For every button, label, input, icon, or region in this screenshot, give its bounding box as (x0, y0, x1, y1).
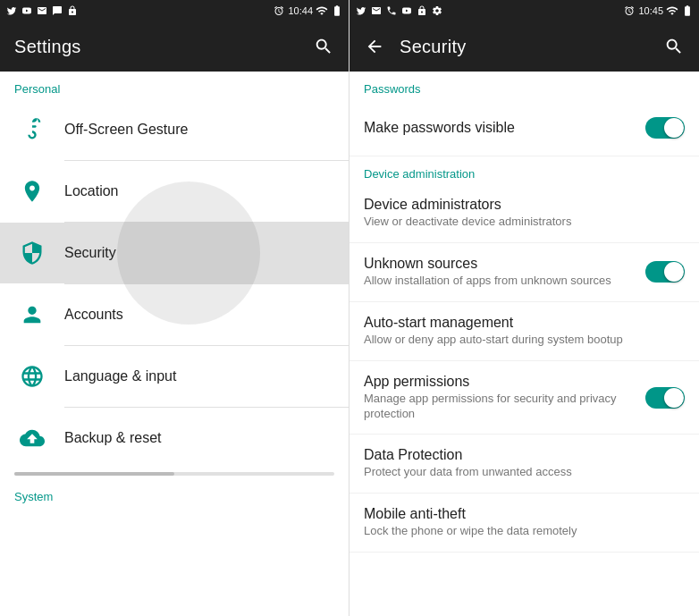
battery-icon (331, 4, 343, 17)
alarm-icon (273, 4, 285, 17)
left-search-button[interactable] (313, 36, 334, 57)
left-app-bar: Settings (0, 21, 349, 72)
left-status-right: 10:44 (273, 4, 343, 17)
mobile-anti-theft-item[interactable]: Mobile anti-theft Lock the phone or wipe… (350, 494, 699, 553)
language-label: Language & input (64, 368, 176, 384)
mobile-anti-theft-title: Mobile anti-theft (364, 506, 685, 522)
right-panel: 10:45 Security Passwords Make password (350, 0, 699, 616)
left-panel: 10:44 Settings Personal Off-Screen Gestu… (0, 0, 350, 616)
section-system: System (0, 479, 349, 507)
right-status-bar: 10:45 (350, 0, 699, 21)
app-permissions-text: App permissions Manage app permissions f… (364, 374, 645, 422)
toggle-knob-2 (664, 262, 684, 282)
backup-icon (14, 420, 50, 456)
right-app-bar: Security (350, 21, 699, 72)
data-protection-title: Data Protection (364, 447, 685, 463)
r-youtube-icon (400, 4, 413, 17)
signal-4g-icon (316, 4, 328, 17)
make-passwords-visible-title: Make passwords visible (364, 120, 645, 136)
unknown-sources-text: Unknown sources Allow installation of ap… (364, 256, 645, 289)
device-administrators-sub: View or deactivate device administrators (364, 215, 685, 230)
location-icon (14, 173, 50, 209)
r-settings-icon (431, 4, 443, 17)
accounts-icon (14, 297, 50, 333)
gesture-label: Off-Screen Gesture (64, 122, 188, 138)
r-alarm-icon (623, 4, 636, 17)
left-status-icons (5, 4, 79, 17)
sidebar-item-backup-reset[interactable]: Backup & reset (0, 408, 349, 468)
auto-start-title: Auto-start management (364, 315, 685, 331)
scroll-indicator (14, 472, 334, 476)
app-permissions-sub: Manage app permissions for security and … (364, 392, 645, 422)
sidebar-item-security[interactable]: Security (0, 223, 349, 283)
app-permissions-title: App permissions (364, 374, 645, 390)
language-icon (14, 359, 50, 394)
sidebar-item-location[interactable]: Location (0, 161, 349, 222)
accounts-label: Accounts (64, 307, 123, 323)
toggle-knob-3 (664, 388, 684, 408)
lock-icon (66, 4, 79, 17)
left-status-bar: 10:44 (0, 0, 349, 21)
data-protection-text: Data Protection Protect your data from u… (364, 447, 685, 480)
toggle-knob (664, 118, 684, 138)
app-permissions-item[interactable]: App permissions Manage app permissions f… (350, 361, 699, 435)
data-protection-sub: Protect your data from unwanted access (364, 465, 685, 480)
right-content: Passwords Make passwords visible Device … (350, 72, 699, 616)
sidebar-item-accounts[interactable]: Accounts (0, 284, 349, 345)
device-administrators-title: Device administrators (364, 197, 685, 213)
left-app-bar-title: Settings (14, 37, 81, 57)
section-personal: Personal (0, 72, 349, 99)
device-administrators-text: Device administrators View or deactivate… (364, 197, 685, 230)
r-signal-icon (666, 4, 678, 17)
device-administrators-item[interactable]: Device administrators View or deactivate… (350, 184, 699, 243)
right-status-right: 10:45 (623, 4, 694, 17)
message-icon (51, 4, 63, 17)
gesture-icon (14, 112, 50, 148)
section-passwords: Passwords (350, 72, 699, 99)
unknown-sources-sub: Allow installation of apps from unknown … (364, 274, 645, 289)
make-passwords-visible-item[interactable]: Make passwords visible (350, 99, 699, 156)
r-lock-icon (416, 4, 428, 17)
auto-start-item[interactable]: Auto-start management Allow or deny app … (350, 302, 699, 361)
right-app-bar-left: Security (364, 36, 467, 57)
auto-start-sub: Allow or deny app auto-start during syst… (364, 333, 685, 348)
mobile-anti-theft-text: Mobile anti-theft Lock the phone or wipe… (364, 506, 685, 539)
mobile-anti-theft-sub: Lock the phone or wipe the data remotely (364, 524, 685, 539)
auto-start-text: Auto-start management Allow or deny app … (364, 315, 685, 348)
unknown-sources-item[interactable]: Unknown sources Allow installation of ap… (350, 243, 699, 302)
left-time: 10:44 (288, 5, 313, 16)
make-passwords-visible-text: Make passwords visible (364, 120, 645, 136)
twitter-icon (5, 4, 18, 17)
security-label: Security (64, 245, 116, 261)
right-status-icons (355, 4, 443, 17)
gmail-icon (36, 4, 48, 17)
data-protection-item[interactable]: Data Protection Protect your data from u… (350, 435, 699, 494)
youtube-icon (21, 4, 33, 17)
security-icon (14, 235, 50, 271)
sidebar-item-off-screen-gesture[interactable]: Off-Screen Gesture (0, 99, 349, 160)
left-settings-list: Personal Off-Screen Gesture Location Sec… (0, 72, 349, 616)
section-device-admin: Device administration (350, 156, 699, 184)
r-gmail-icon (370, 4, 383, 17)
unknown-sources-toggle[interactable] (645, 261, 685, 283)
backup-label: Backup & reset (64, 430, 162, 446)
make-passwords-visible-toggle[interactable] (645, 117, 685, 139)
back-button[interactable] (364, 36, 385, 57)
app-permissions-toggle[interactable] (645, 387, 685, 409)
right-search-button[interactable] (663, 36, 685, 57)
sidebar-item-language-input[interactable]: Language & input (0, 346, 349, 407)
right-time: 10:45 (638, 5, 663, 16)
r-battery-icon (681, 4, 694, 17)
unknown-sources-title: Unknown sources (364, 256, 645, 272)
r-twitter-icon (355, 4, 367, 17)
location-label: Location (64, 183, 119, 199)
right-app-bar-title: Security (400, 37, 467, 57)
r-phone-icon (385, 4, 398, 17)
